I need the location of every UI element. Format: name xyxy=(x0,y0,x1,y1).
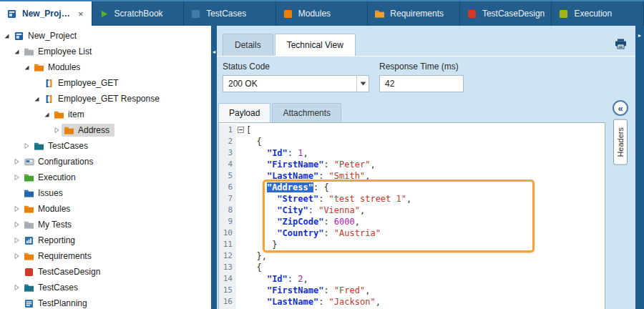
tree-collapsed-arrow-icon[interactable] xyxy=(12,236,21,245)
line-number: 14 xyxy=(219,273,236,285)
tree-item-testcasedesign[interactable]: TestCaseDesign xyxy=(0,264,211,280)
editor-line-10: 10 "Country": "Austria" xyxy=(219,227,605,239)
folder-orange-icon xyxy=(64,125,74,135)
line-number: 1 xyxy=(219,124,236,136)
tab-attachments[interactable]: Attachments xyxy=(272,103,341,122)
editor-line-5: 5 "LastName": "Smith", xyxy=(219,170,605,182)
printer-icon xyxy=(615,39,627,49)
tree-item-label: My Tests xyxy=(38,220,72,230)
tree-collapsed-arrow-icon[interactable] xyxy=(12,173,21,182)
fold-collapse-icon[interactable] xyxy=(238,127,244,133)
tree-item-testcases[interactable]: TestCases xyxy=(0,138,211,154)
tree-item-content: TestPlanning xyxy=(21,297,92,309)
editor-lines: 1[2 {3 "Id": 1,4 "FirstName": "Peter",5 … xyxy=(219,123,605,309)
tree-item-employee-get[interactable]: Employee_GET xyxy=(0,75,211,91)
editor-line-15: 15 "FirstName": "Fred", xyxy=(219,285,605,296)
tree-expanded-arrow-icon[interactable] xyxy=(42,110,51,119)
tree-item-address[interactable]: Address xyxy=(0,122,211,138)
right-panel-splitter[interactable]: ► xyxy=(635,26,644,309)
editor-line-9: 9 "ZipCode": 6000, xyxy=(219,216,605,227)
tree-item-label: TestPlanning xyxy=(38,298,87,308)
tree-item-new-project[interactable]: New_Project xyxy=(0,28,211,44)
chevron-down-icon[interactable] xyxy=(356,76,369,92)
tree-expanded-arrow-icon[interactable] xyxy=(32,94,41,103)
tab-requirements[interactable]: Requirements xyxy=(368,1,460,26)
tree-collapsed-arrow-icon[interactable] xyxy=(22,142,31,150)
tab-modules[interactable]: Modules xyxy=(276,1,369,26)
tree-item-requirements[interactable]: Requirements xyxy=(0,248,211,264)
tab-new-project[interactable]: New_Project× xyxy=(0,1,92,26)
tree-collapsed-arrow-icon[interactable] xyxy=(52,126,61,134)
tab-payload[interactable]: Payload xyxy=(218,103,270,122)
tree-item-label: TestCases xyxy=(48,141,88,151)
testcasedesign-icon xyxy=(467,9,477,19)
folder-orange-icon xyxy=(24,251,34,261)
line-number: 6 xyxy=(219,182,236,193)
tree-item-testcases[interactable]: TestCases xyxy=(0,280,211,295)
tree-expanded-arrow-icon[interactable] xyxy=(12,47,21,56)
tree-item-modules[interactable]: Modules xyxy=(0,201,211,217)
line-number: 9 xyxy=(219,216,236,227)
tree-item-content: Modules xyxy=(31,61,85,74)
tree-expanded-arrow-icon[interactable] xyxy=(2,31,11,40)
tree-collapsed-arrow-icon[interactable] xyxy=(12,157,21,166)
payload-editor[interactable]: 1[2 {3 "Id": 1,4 "FirstName": "Peter",5 … xyxy=(218,122,605,309)
fold-margin xyxy=(236,182,246,193)
close-icon[interactable]: × xyxy=(77,9,85,19)
line-number: 16 xyxy=(219,296,236,308)
tree-item-my-tests[interactable]: My Tests xyxy=(0,217,211,232)
tree-item-employee-list[interactable]: Employee List xyxy=(0,44,211,59)
line-number: 10 xyxy=(219,227,236,239)
tree-item-content: Employee_GET Response xyxy=(42,92,165,105)
expand-right-icon[interactable]: ► xyxy=(638,32,643,39)
tree-item-item[interactable]: item xyxy=(0,107,211,122)
line-number: 15 xyxy=(219,285,236,296)
editor-line-16: 16 "LastName": "Jackson", xyxy=(219,296,605,308)
line-number: 5 xyxy=(219,170,236,182)
payload-tabs: PayloadAttachments xyxy=(217,99,635,122)
tree-item-label: Modules xyxy=(38,204,70,214)
tab-details[interactable]: Details xyxy=(223,34,273,56)
editor-line-12: 12 }, xyxy=(219,250,605,262)
response-time-input[interactable] xyxy=(379,75,464,92)
tree-item-testplanning[interactable]: TestPlanning xyxy=(0,295,211,309)
tab-testcasedesign[interactable]: TestCaseDesign xyxy=(460,1,552,26)
tree-item-modules[interactable]: Modules xyxy=(0,59,211,75)
expand-headers-button[interactable]: « xyxy=(613,100,628,116)
tab-execution[interactable]: Execution xyxy=(552,1,644,26)
tree-item-reporting[interactable]: Reporting xyxy=(0,232,211,248)
tree-collapsed-arrow-icon[interactable] xyxy=(12,283,21,292)
tree-item-execution[interactable]: Execution xyxy=(0,170,211,185)
tab-technical-view[interactable]: Technical View xyxy=(275,34,356,56)
print-button[interactable] xyxy=(615,39,627,49)
tab-label: New_Project xyxy=(22,9,72,19)
tree-item-content: Requirements xyxy=(21,250,97,263)
collapse-left-icon[interactable]: ◄ xyxy=(212,49,217,56)
editor-line-11: 11 } xyxy=(219,239,605,250)
tree-item-content: TestCases xyxy=(21,281,83,294)
status-code-value: 200 OK xyxy=(223,79,356,89)
detail-tabs-row: DetailsTechnical View xyxy=(217,26,635,57)
tree-item-employee-get-response[interactable]: Employee_GET Response xyxy=(0,91,211,107)
tree-item-content: Configurations xyxy=(21,155,98,168)
tab-label: Requirements xyxy=(390,9,444,19)
testcases-icon xyxy=(190,9,201,19)
tab-scratchbook[interactable]: ScratchBook xyxy=(92,1,185,26)
line-number: 3 xyxy=(219,147,236,159)
tree-collapsed-arrow-icon[interactable] xyxy=(12,220,21,229)
tree-collapsed-arrow-icon[interactable] xyxy=(12,252,21,260)
status-code-select[interactable]: 200 OK xyxy=(223,75,369,92)
editor-line-2: 2 { xyxy=(219,136,605,147)
folder-gray-icon xyxy=(24,220,34,230)
tree-item-configurations[interactable]: Configurations xyxy=(0,154,211,170)
tab-testcases[interactable]: TestCases xyxy=(184,1,276,26)
tree-collapsed-arrow-icon[interactable] xyxy=(12,205,21,213)
tree-item-issues[interactable]: Issues xyxy=(0,185,211,201)
tab-headers[interactable]: Headers xyxy=(613,119,628,165)
fold-margin xyxy=(236,147,246,159)
folder-orange-icon xyxy=(24,204,34,214)
tree-expanded-arrow-icon[interactable] xyxy=(22,63,31,72)
left-panel-splitter[interactable]: ◄ xyxy=(211,26,217,309)
folder-teal-icon xyxy=(34,141,44,151)
status-code-field: Status Code 200 OK xyxy=(223,62,369,92)
